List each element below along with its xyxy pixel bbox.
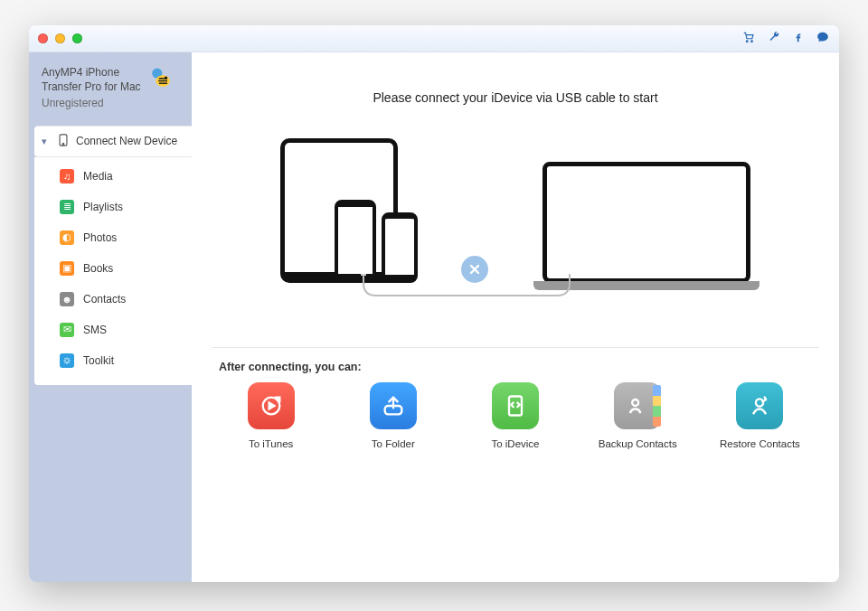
app-window: AnyMP4 iPhone Transfer Pro for Mac Unreg… bbox=[29, 25, 839, 582]
sidebar-item-photos[interactable]: ◐Photos bbox=[34, 222, 192, 253]
actions-row: To iTunesTo FolderTo iDeviceBackup Conta… bbox=[192, 382, 839, 473]
device-tree: ▾ Connect New Device ♫Media≣Playlists◐Ph… bbox=[29, 126, 192, 385]
svg-point-4 bbox=[165, 76, 167, 79]
sidebar-item-label: Media bbox=[83, 170, 113, 183]
svg-point-1 bbox=[751, 41, 753, 42]
section-divider bbox=[212, 347, 819, 348]
chevron-down-icon: ▾ bbox=[38, 136, 51, 147]
app-title-line2: Transfer Pro for Mac bbox=[42, 80, 141, 94]
sidebar-item-playlists[interactable]: ≣Playlists bbox=[34, 192, 192, 222]
window-controls bbox=[38, 33, 82, 43]
after-connecting-label: After connecting, you can: bbox=[219, 361, 839, 373]
laptop-illustration-icon bbox=[542, 162, 750, 283]
playlist-icon: ≣ bbox=[60, 200, 74, 214]
sidebar-item-label: Playlists bbox=[83, 201, 123, 213]
svg-point-11 bbox=[632, 400, 638, 406]
sidebar-item-label: Books bbox=[83, 262, 113, 275]
ipod-illustration-icon bbox=[382, 212, 418, 283]
sidebar: AnyMP4 iPhone Transfer Pro for Mac Unreg… bbox=[29, 52, 192, 582]
books-icon: ▣ bbox=[60, 261, 74, 276]
sidebar-item-sms[interactable]: ✉SMS bbox=[34, 315, 192, 345]
bee-logo-icon bbox=[148, 65, 174, 90]
zoom-window-button[interactable] bbox=[72, 33, 82, 43]
sidebar-item-label: Photos bbox=[83, 231, 117, 244]
action-label: To iTunes bbox=[249, 438, 293, 449]
svg-point-6 bbox=[62, 143, 64, 145]
connect-illustration bbox=[192, 130, 839, 320]
to-folder-icon bbox=[370, 382, 417, 429]
sms-icon: ✉ bbox=[60, 323, 74, 337]
sidebar-children: ♫Media≣Playlists◐Photos▣Books☻Contacts✉S… bbox=[34, 157, 192, 385]
disconnected-icon bbox=[461, 256, 488, 283]
action-restore-contacts[interactable]: Restore Contacts bbox=[708, 382, 812, 449]
registration-status: Unregistered bbox=[42, 96, 141, 110]
sidebar-item-label: Toolkit bbox=[83, 354, 114, 367]
action-to-idevice[interactable]: To iDevice bbox=[463, 382, 567, 449]
contacts-icon: ☻ bbox=[60, 292, 74, 306]
restore-contacts-icon bbox=[736, 382, 783, 429]
action-label: Restore Contacts bbox=[720, 438, 800, 449]
iphone-illustration-icon bbox=[335, 200, 376, 283]
to-itunes-icon bbox=[248, 382, 295, 429]
action-label: To Folder bbox=[372, 438, 415, 449]
device-node-icon bbox=[58, 134, 69, 149]
connect-new-device-label: Connect New Device bbox=[76, 135, 177, 147]
connect-prompt: Please connect your iDevice via USB cabl… bbox=[192, 90, 839, 105]
action-to-itunes[interactable]: To iTunes bbox=[219, 382, 323, 449]
sidebar-item-label: SMS bbox=[83, 324, 107, 336]
toolkit-icon: ⛭ bbox=[60, 353, 74, 368]
sidebar-item-contacts[interactable]: ☻Contacts bbox=[34, 284, 192, 315]
chat-icon[interactable] bbox=[816, 31, 830, 46]
action-to-folder[interactable]: To Folder bbox=[341, 382, 445, 449]
svg-rect-7 bbox=[361, 274, 366, 276]
sidebar-item-media[interactable]: ♫Media bbox=[34, 161, 192, 192]
app-brand: AnyMP4 iPhone Transfer Pro for Mac Unreg… bbox=[29, 52, 192, 117]
music-icon: ♫ bbox=[60, 169, 74, 183]
action-backup-contacts[interactable]: Backup Contacts bbox=[586, 382, 690, 449]
action-label: Backup Contacts bbox=[599, 438, 677, 449]
sidebar-item-label: Contacts bbox=[83, 293, 126, 306]
to-idevice-icon bbox=[492, 382, 539, 429]
cart-icon[interactable] bbox=[741, 31, 756, 46]
wrench-icon[interactable] bbox=[767, 31, 781, 46]
app-title-line1: AnyMP4 iPhone bbox=[42, 65, 141, 80]
minimize-window-button[interactable] bbox=[55, 33, 65, 43]
action-label: To iDevice bbox=[491, 438, 539, 449]
photos-icon: ◐ bbox=[60, 230, 74, 245]
main-panel: Please connect your iDevice via USB cabl… bbox=[192, 52, 839, 582]
svg-point-12 bbox=[756, 399, 763, 406]
facebook-icon[interactable] bbox=[792, 31, 805, 46]
connect-new-device-node[interactable]: ▾ Connect New Device bbox=[34, 126, 192, 157]
titlebar bbox=[29, 25, 839, 52]
titlebar-actions bbox=[741, 31, 830, 46]
sidebar-item-books[interactable]: ▣Books bbox=[34, 253, 192, 284]
sidebar-item-toolkit[interactable]: ⛭Toolkit bbox=[34, 345, 192, 376]
backup-contacts-icon bbox=[614, 382, 661, 429]
svg-point-0 bbox=[746, 41, 748, 42]
close-window-button[interactable] bbox=[38, 33, 48, 43]
